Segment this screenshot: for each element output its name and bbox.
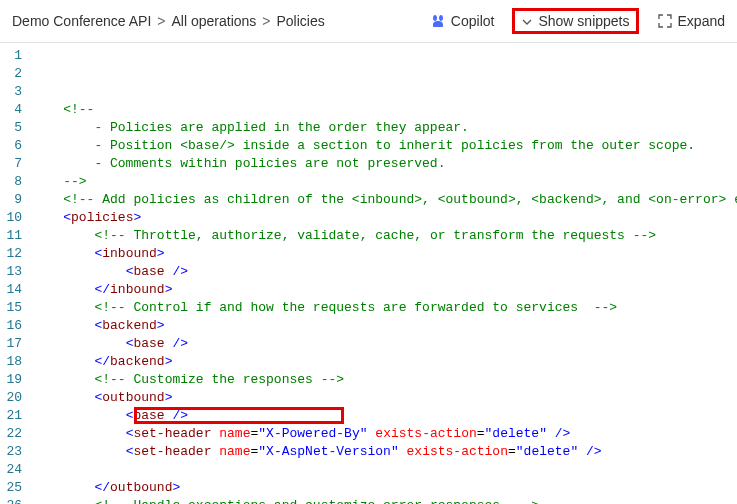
breadcrumb: Demo Conference API > All operations > P… (12, 13, 325, 29)
expand-icon (657, 13, 673, 29)
line-number: 3 (6, 83, 22, 101)
breadcrumb-separator: > (262, 13, 270, 29)
code-line[interactable]: - Comments within policies are not prese… (32, 155, 737, 173)
code-line[interactable]: <base /> (32, 263, 737, 281)
code-editor[interactable]: 1234567891011121314151617181920212223242… (0, 43, 737, 504)
line-number: 20 (6, 389, 22, 407)
line-number: 17 (6, 335, 22, 353)
code-line[interactable]: </outbound> (32, 479, 737, 497)
code-line[interactable]: <outbound> (32, 389, 737, 407)
line-number: 12 (6, 245, 22, 263)
line-number: 10 (6, 209, 22, 227)
line-number: 7 (6, 155, 22, 173)
line-number: 13 (6, 263, 22, 281)
breadcrumb-item[interactable]: Policies (277, 13, 325, 29)
line-number: 23 (6, 443, 22, 461)
code-line[interactable]: --> (32, 173, 737, 191)
line-number: 1 (6, 47, 22, 65)
chevron-down-icon (521, 15, 533, 27)
line-number: 9 (6, 191, 22, 209)
editor-header: Demo Conference API > All operations > P… (0, 0, 737, 43)
line-number: 26 (6, 497, 22, 504)
line-number: 21 (6, 407, 22, 425)
line-number: 22 (6, 425, 22, 443)
line-number: 8 (6, 173, 22, 191)
line-number: 18 (6, 353, 22, 371)
code-line[interactable]: <!-- (32, 101, 737, 119)
copilot-button[interactable]: Copilot (430, 13, 495, 29)
line-number: 15 (6, 299, 22, 317)
copilot-label: Copilot (451, 13, 495, 29)
line-number: 19 (6, 371, 22, 389)
code-line[interactable]: - Policies are applied in the order they… (32, 119, 737, 137)
toolbar: Copilot Show snippets Expand (430, 8, 725, 34)
code-line[interactable]: <set-header name="X-Powered-By" exists-a… (32, 425, 737, 443)
code-line[interactable]: <base /> (32, 335, 737, 353)
code-line[interactable]: <set-header name="X-AspNet-Version" exis… (32, 443, 737, 461)
breadcrumb-item[interactable]: All operations (171, 13, 256, 29)
code-line[interactable]: - Position <base/> inside a section to i… (32, 137, 737, 155)
line-number: 24 (6, 461, 22, 479)
code-line[interactable]: <!-- Customize the responses --> (32, 371, 737, 389)
code-line[interactable] (32, 461, 737, 479)
line-number: 14 (6, 281, 22, 299)
line-number: 11 (6, 227, 22, 245)
line-number-gutter: 1234567891011121314151617181920212223242… (0, 43, 32, 504)
expand-button[interactable]: Expand (657, 13, 725, 29)
expand-label: Expand (678, 13, 725, 29)
code-line[interactable]: <inbound> (32, 245, 737, 263)
line-number: 6 (6, 137, 22, 155)
code-line[interactable]: <!-- Add policies as children of the <in… (32, 191, 737, 209)
code-content[interactable]: <!-- - Policies are applied in the order… (32, 43, 737, 504)
code-line[interactable]: </backend> (32, 353, 737, 371)
code-line[interactable]: </inbound> (32, 281, 737, 299)
line-number: 2 (6, 65, 22, 83)
code-line[interactable]: <policies> (32, 209, 737, 227)
line-number: 16 (6, 317, 22, 335)
code-line[interactable]: <!-- Throttle, authorize, validate, cach… (32, 227, 737, 245)
line-number: 5 (6, 119, 22, 137)
breadcrumb-item[interactable]: Demo Conference API (12, 13, 151, 29)
code-line[interactable]: <!-- Control if and how the requests are… (32, 299, 737, 317)
code-line[interactable]: <!-- Handle exceptions and customize err… (32, 497, 737, 504)
copilot-icon (430, 13, 446, 29)
line-number: 4 (6, 101, 22, 119)
code-line[interactable]: <backend> (32, 317, 737, 335)
show-snippets-label: Show snippets (538, 13, 629, 29)
show-snippets-button[interactable]: Show snippets (512, 8, 638, 34)
line-number: 25 (6, 479, 22, 497)
annotation-highlight (134, 407, 344, 424)
breadcrumb-separator: > (157, 13, 165, 29)
